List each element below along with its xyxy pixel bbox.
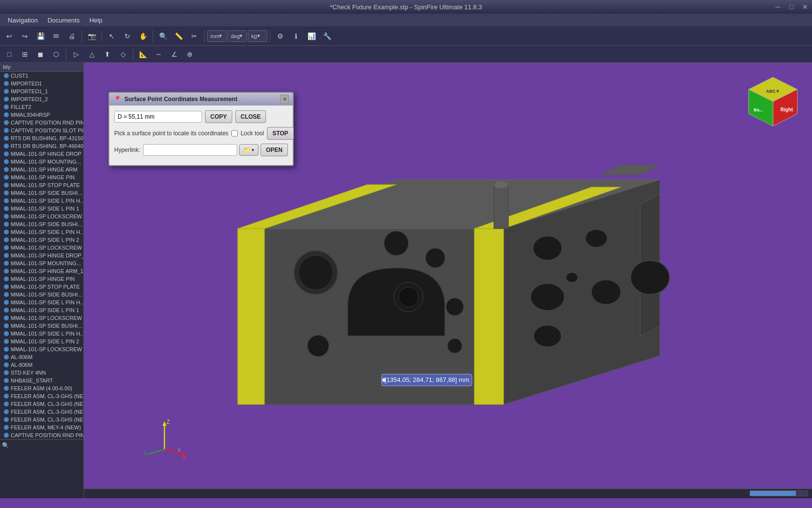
sidebar-item-30[interactable]: MMAL-101-SP SIDE L PIN 1: [0, 306, 83, 314]
sidebar-item-38[interactable]: STD KEY 4NN: [0, 369, 83, 377]
box-btn[interactable]: □: [2, 47, 17, 62]
sidebar-search-input[interactable]: [9, 443, 81, 448]
cube-navigator[interactable]: ABC▼ Right Ba...: [744, 72, 802, 131]
rotate-btn[interactable]: ↻: [120, 29, 135, 43]
sidebar-item-20[interactable]: MMAL-101-SP SIDE L PIN H...: [0, 228, 83, 236]
print-btn[interactable]: 🖨: [64, 29, 79, 43]
dialog-close-btn[interactable]: ✕: [280, 95, 289, 104]
redo-btn[interactable]: ↪: [18, 29, 32, 43]
sidebar-item-32[interactable]: MMAL-101-SP SIDE BUSHI...: [0, 322, 83, 330]
sidebar-item-41[interactable]: FEELER ASM, CL-3-GHS (NEW): [0, 392, 83, 400]
sep7: [133, 48, 133, 60]
sidebar-item-26[interactable]: MMAL-101-SP HINGE PIN: [0, 275, 83, 283]
folder-browse-btn[interactable]: 📁 ▾: [239, 144, 259, 156]
measurement-input[interactable]: [114, 111, 202, 123]
sidebar-item-14[interactable]: MMAL-101-SP STOP PLATE: [0, 181, 83, 189]
sidebar-item-2[interactable]: IMPORTED1_1: [0, 87, 83, 95]
sidebar-item-39[interactable]: NHBASE_START: [0, 377, 83, 384]
sidebar-item-18[interactable]: MMAL-101-SP LOCKSCREW 1: [0, 212, 83, 220]
units-deg-dropdown[interactable]: deg ▾: [227, 30, 247, 42]
sidebar-item-7[interactable]: CAPTIVE POSITION SLOT PIN...: [0, 127, 83, 134]
sidebar-item-3[interactable]: IMPORTED1_2: [0, 95, 83, 103]
sidebar-item-45[interactable]: FEELER ASM, MEY-4 (NEW): [0, 423, 83, 431]
window-close-btn[interactable]: ✕: [798, 0, 812, 14]
sidebar-item-25[interactable]: MMAL-101-SP HINGE ARM_1: [0, 267, 83, 275]
sidebar-item-31[interactable]: MMAL-101-SP LOCKSCREW 1: [0, 314, 83, 322]
sidebar-item-8[interactable]: RTS DR BUSHING, BP-43150 (...: [0, 134, 83, 142]
viewport[interactable]: [1354,05; 284,71; 867,88] mm Z Y Y X: [84, 63, 812, 498]
iso-view-btn[interactable]: ◇: [116, 47, 130, 62]
sidebar-item-46[interactable]: CAPTIVE POSITION RND PIN 1: [0, 431, 83, 439]
sidebar-item-28[interactable]: MMAL-101-SP SIDE BUSHI...: [0, 291, 83, 298]
settings-btn[interactable]: ⚙: [273, 29, 287, 43]
point-btn[interactable]: ⊕: [183, 47, 197, 62]
menu-documents[interactable]: Documents: [43, 16, 83, 25]
sidebar-item-42[interactable]: FEELER ASM, CL-3-GHS (NEW): [0, 400, 83, 408]
top-view-btn[interactable]: ⬆: [100, 47, 115, 62]
angle-btn[interactable]: ∠: [167, 47, 182, 62]
measure-btn[interactable]: 📏: [171, 29, 186, 43]
units-kg-dropdown[interactable]: kg ▾: [248, 30, 267, 42]
sidebar-item-23[interactable]: MMAL-101-SP HINGE DROP_1: [0, 252, 83, 259]
sidebar-item-21[interactable]: MMAL-101-SP SIDE L PIN 2: [0, 236, 83, 244]
sidebar-item-1[interactable]: IMPORTED1: [0, 80, 83, 87]
front-view-btn[interactable]: ▷: [69, 47, 83, 62]
measure2-btn[interactable]: 📐: [136, 47, 150, 62]
sidebar-item-44[interactable]: FEELER ASM, CL-3-GHS (NEW): [0, 416, 83, 423]
sidebar-item-43[interactable]: FEELER ASM, CL-3-GHS (NEW): [0, 408, 83, 416]
lock-tool-checkbox[interactable]: [231, 130, 238, 137]
hyperlink-input[interactable]: [143, 144, 237, 156]
solid-btn[interactable]: ◼: [33, 47, 48, 62]
sidebar-item-36[interactable]: AL-806M: [0, 353, 83, 361]
sidebar-item-0[interactable]: CUST1: [0, 72, 83, 80]
copy-btn[interactable]: COPY: [205, 110, 232, 123]
sidebar-item-5[interactable]: MMAL304HRSP: [0, 111, 83, 119]
item-icon-12: [4, 167, 9, 172]
sidebar-item-15[interactable]: MMAL-101-SP SIDE BUSHI...: [0, 189, 83, 197]
sidebar-item-11[interactable]: MMAL-101-SP MOUNTING...: [0, 158, 83, 166]
sidebar-item-34[interactable]: MMAL-101-SP SIDE L PIN 2: [0, 338, 83, 345]
sidebar-item-16[interactable]: MMAL-101-SP SIDE L PIN H...: [0, 197, 83, 205]
close-dialog-btn[interactable]: CLOSE: [235, 110, 266, 123]
open-btn[interactable]: OPEN: [261, 144, 288, 156]
minimize-btn[interactable]: ─: [771, 0, 785, 14]
units-mm-dropdown[interactable]: mm ▾: [207, 30, 226, 42]
distance-btn[interactable]: ↔: [151, 47, 166, 62]
sidebar-item-40[interactable]: FEELER ASM (4.00-6.00): [0, 384, 83, 392]
multibox-btn[interactable]: ⊞: [18, 47, 32, 62]
sidebar-item-33[interactable]: MMAL-101-SP SIDE L PIN H...: [0, 330, 83, 338]
sidebar-item-17[interactable]: MMAL-101-SP SIDE L PIN 1: [0, 205, 83, 212]
camera-btn[interactable]: 📷: [84, 29, 99, 43]
sidebar-item-4[interactable]: FILLET2: [0, 103, 83, 111]
sidebar-item-22[interactable]: MMAL-101-SP LOCKSCREW 2: [0, 244, 83, 252]
sidebar-item-29[interactable]: MMAL-101-SP SIDE L PIN H...: [0, 298, 83, 306]
maximize-btn[interactable]: □: [785, 0, 798, 14]
zoom-btn[interactable]: 🔍: [156, 29, 170, 43]
menu-navigation[interactable]: Navigation: [4, 16, 41, 25]
clip-btn[interactable]: ✂: [187, 29, 202, 43]
wire-btn[interactable]: ⬡: [49, 47, 63, 62]
config-btn[interactable]: 🔧: [320, 29, 334, 43]
stop-btn[interactable]: STOP: [267, 127, 293, 140]
sidebar-item-13[interactable]: MMAL-101-SP HINGE PIN: [0, 173, 83, 181]
sidebar-item-12[interactable]: MMAL-101-SP HINGE ARM: [0, 166, 83, 173]
undo-btn[interactable]: ↩: [2, 29, 17, 43]
chart-btn[interactable]: 📊: [304, 29, 319, 43]
item-icon-15: [4, 190, 9, 195]
sidebar-item-19[interactable]: MMAL-101-SP SIDE BUSHI...: [0, 220, 83, 228]
pan-btn[interactable]: ✋: [136, 29, 150, 43]
info-btn[interactable]: ℹ: [288, 29, 303, 43]
side-view-btn[interactable]: △: [84, 47, 99, 62]
dialog-header[interactable]: 📍 Surface Point Coordinates Measurement …: [109, 93, 293, 106]
sidebar-item-27[interactable]: MMAL-101-SP STOP PLATE: [0, 283, 83, 291]
select-btn[interactable]: ↖: [104, 29, 119, 43]
menu-help[interactable]: Help: [85, 16, 106, 25]
sidebar-item-9[interactable]: RTS DR BUSHING, BP-46040 (1...: [0, 142, 83, 150]
sidebar-item-35[interactable]: MMAL-101-SP LOCKSCREW 2: [0, 345, 83, 353]
email-btn[interactable]: ✉: [49, 29, 63, 43]
sidebar-item-6[interactable]: CAPTIVE POSITION RND PIN...: [0, 119, 83, 127]
sidebar-item-37[interactable]: AL-806M: [0, 361, 83, 369]
sidebar-item-10[interactable]: MMAL-101-SP HINGE DROP: [0, 150, 83, 158]
save-btn[interactable]: 💾: [33, 29, 48, 43]
sidebar-item-24[interactable]: MMAL-101-SP MOUNTING...: [0, 259, 83, 267]
